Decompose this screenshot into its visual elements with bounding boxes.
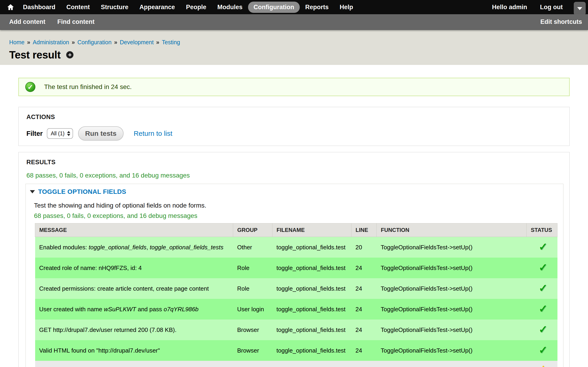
table-row: Created role of name: nHQ9fFZS, id: 4Rol… xyxy=(35,258,557,278)
toolbar-toggle-tab[interactable] xyxy=(574,2,586,15)
actions-panel: ACTIONS Filter All (1) Run tests Return … xyxy=(18,107,570,146)
filename-cell: toggle_optional_fields.test xyxy=(272,278,351,299)
shortcut-link-add-content[interactable]: Add content xyxy=(9,18,45,25)
filter-select[interactable]: All (1) xyxy=(47,128,73,139)
message-text: Created role of name: nHQ9fFZS, id: 4 xyxy=(39,265,142,271)
page-title: Test result xyxy=(9,49,61,61)
filename-cell: toggle_optional_fields.test xyxy=(272,258,351,278)
add-shortcut-icon[interactable] xyxy=(66,51,73,58)
breadcrumb-link-development[interactable]: Development xyxy=(120,39,154,45)
fieldset-legend-link[interactable]: TOGGLE OPTIONAL FIELDS xyxy=(38,188,126,195)
message-cell: GET http://drupal7.dev/user returned 200… xyxy=(35,319,233,340)
status-cell: ✓ xyxy=(527,258,557,278)
breadcrumb-link-configuration[interactable]: Configuration xyxy=(78,39,112,45)
username-link[interactable]: admin xyxy=(509,4,527,10)
filter-label: Filter xyxy=(26,130,43,137)
breadcrumb-separator: » xyxy=(72,39,75,45)
message-text: GET http://drupal7.dev/user returned 200… xyxy=(39,326,177,333)
message-text: Created permissions: create article cont… xyxy=(39,285,209,292)
function-cell: ToggleOptionalFieldsTest->setUp() xyxy=(377,299,527,319)
menu-item-structure[interactable]: Structure xyxy=(95,2,134,13)
results-panel: RESULTS 68 passes, 0 fails, 0 exceptions… xyxy=(18,152,570,367)
pass-check-icon: ✓ xyxy=(539,323,548,335)
greeting: Hello admin xyxy=(492,4,527,11)
results-heading: RESULTS xyxy=(26,159,569,166)
results-table: MESSAGEGROUPFILENAMELINEFUNCTIONSTATUS E… xyxy=(35,223,557,367)
status-message-text: The test run finished in 24 sec. xyxy=(44,83,132,91)
function-cell: ToggleOptionalFieldsTest->setUp() xyxy=(377,237,527,258)
menu-item-appearance[interactable]: Appearance xyxy=(134,2,181,13)
group-cell: User login xyxy=(233,299,272,319)
menu-item-dashboard[interactable]: Dashboard xyxy=(17,2,61,13)
message-italic-text: toggle_optional_fields_tests xyxy=(150,244,224,251)
message-italic-text: wSuPLKWT xyxy=(104,306,136,313)
pass-check-icon: ✓ xyxy=(539,241,548,253)
message-italic-text: toggle_optional_fields xyxy=(89,244,147,251)
pass-check-icon: ✓ xyxy=(539,303,548,315)
status-message: ✓ The test run finished in 24 sec. xyxy=(18,78,570,96)
results-summary: 68 passes, 0 fails, 0 exceptions, and 16… xyxy=(26,172,569,179)
menu-item-modules[interactable]: Modules xyxy=(212,2,248,13)
admin-toolbar: DashboardContentStructureAppearancePeopl… xyxy=(0,0,588,14)
table-row: Valid HTML found on "http://drupal7.dev/… xyxy=(35,340,557,361)
function-cell: ToggleOptionalFieldsTest->setUp() xyxy=(377,278,527,299)
test-fieldset: TOGGLE OPTIONAL FIELDS Test the showing … xyxy=(26,184,563,367)
status-cell: ✓ xyxy=(527,299,557,319)
message-cell: Created role of name: nHQ9fFZS, id: 4 xyxy=(35,258,233,278)
shortcut-links: Add contentFind content xyxy=(9,18,95,25)
title-row: Test result xyxy=(9,49,73,61)
breadcrumb-separator: » xyxy=(27,39,30,45)
fieldset-summary: 68 passes, 0 fails, 0 exceptions, and 16… xyxy=(34,212,563,219)
status-cell: ✓ xyxy=(527,319,557,340)
menu-item-reports[interactable]: Reports xyxy=(300,2,334,13)
line-cell: 24 xyxy=(351,258,377,278)
message-text: User created with name xyxy=(39,306,104,313)
main-menu: DashboardContentStructureAppearancePeopl… xyxy=(17,2,359,13)
toolbar-account-links: Hello admin Log out xyxy=(492,4,563,11)
breadcrumb-link-home[interactable]: Home xyxy=(9,39,25,45)
shortcut-link-find-content[interactable]: Find content xyxy=(57,18,95,25)
results-table-head-row: MESSAGEGROUPFILENAMELINEFUNCTIONSTATUS xyxy=(35,223,557,237)
filename-cell: toggle_optional_fields.test xyxy=(272,319,351,340)
menu-item-people[interactable]: People xyxy=(181,2,212,13)
status-cell: ✓ xyxy=(527,340,557,361)
edit-shortcuts-link[interactable]: Edit shortcuts xyxy=(540,18,582,25)
message-cell: Enabled modules: toggle_optional_fields,… xyxy=(35,237,233,258)
message-text: and pass xyxy=(136,306,164,313)
table-row: User created with name wSuPLKWT and pass… xyxy=(35,299,557,319)
menu-item-configuration[interactable]: Configuration xyxy=(248,2,300,13)
pass-check-icon: ✓ xyxy=(539,344,548,356)
run-tests-button[interactable]: Run tests xyxy=(78,126,124,141)
group-cell: Role xyxy=(233,278,272,299)
message-cell: User created with name wSuPLKWT and pass… xyxy=(35,299,233,319)
column-header-message: MESSAGE xyxy=(35,223,233,237)
message-italic-text: o7qYRL986b xyxy=(164,306,199,313)
home-icon[interactable] xyxy=(7,3,14,11)
breadcrumb-link-testing[interactable]: Testing xyxy=(162,39,180,45)
breadcrumb-separator: » xyxy=(114,39,117,45)
line-cell: 24 xyxy=(351,340,377,361)
chevron-down-icon xyxy=(577,7,582,10)
return-to-list-link[interactable]: Return to list xyxy=(134,130,172,137)
function-cell: ToggleOptionalFieldsTest->setUp() xyxy=(377,258,527,278)
table-row: Verbose messageDebugtoggle_optional_fiel… xyxy=(35,361,557,367)
results-table-body: Enabled modules: toggle_optional_fields,… xyxy=(35,237,557,367)
page-header: Home»Administration»Configuration»Develo… xyxy=(0,30,588,65)
line-cell: 24 xyxy=(351,278,377,299)
breadcrumb-link-administration[interactable]: Administration xyxy=(33,39,69,45)
warning-icon xyxy=(539,365,548,367)
breadcrumb: Home»Administration»Configuration»Develo… xyxy=(9,39,180,46)
filename-cell: toggle_optional_fields.test xyxy=(272,299,351,319)
column-header-line: LINE xyxy=(351,223,377,237)
message-cell: Created permissions: create article cont… xyxy=(35,278,233,299)
logout-link[interactable]: Log out xyxy=(540,4,563,11)
table-row: GET http://drupal7.dev/user returned 200… xyxy=(35,319,557,340)
menu-item-content[interactable]: Content xyxy=(61,2,95,13)
group-cell: Debug xyxy=(233,361,272,367)
menu-item-help[interactable]: Help xyxy=(334,2,359,13)
filename-cell: toggle_optional_fields.test xyxy=(272,237,351,258)
message-text: Enabled modules: xyxy=(39,244,89,251)
group-cell: Other xyxy=(233,237,272,258)
message-cell: Valid HTML found on "http://drupal7.dev/… xyxy=(35,340,233,361)
line-cell: 24 xyxy=(351,361,377,367)
